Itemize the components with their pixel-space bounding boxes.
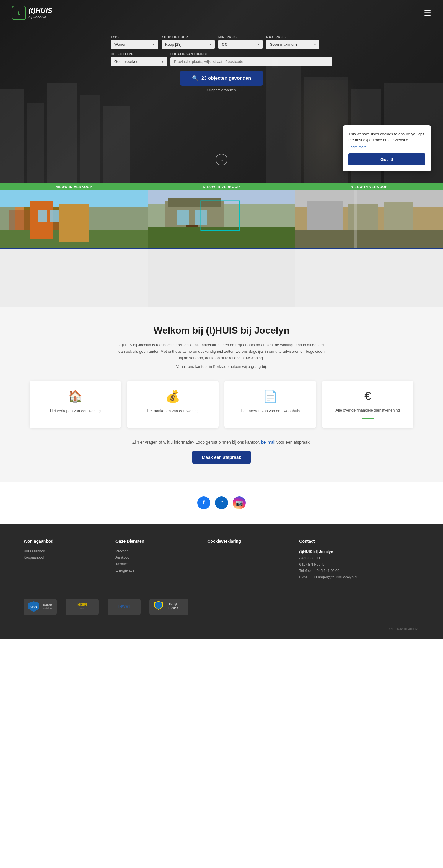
facebook-link[interactable]: f: [197, 496, 210, 509]
minprijs-select[interactable]: € 0 € 50.000: [218, 40, 262, 49]
facebook-icon: f: [203, 500, 204, 506]
svg-rect-17: [59, 204, 89, 242]
footer-heading-4: Contact: [299, 539, 419, 544]
appointment-button[interactable]: Maak een afspraak: [192, 451, 250, 464]
svg-rect-24: [177, 210, 189, 224]
footer-contact-name: (t)HUIS bij Jocelyn: [299, 548, 419, 555]
footer-email-value: J.Langen@thuisbijjocelyn.nl: [313, 575, 357, 579]
koop-select[interactable]: Koop [23] Huur: [162, 40, 215, 49]
maxprijs-field: MAX. PRIJS Geen maximum € 300.000: [266, 35, 319, 49]
koop-label: KOOP OF HUUR: [162, 35, 215, 39]
search-icon: 🔍: [192, 75, 198, 82]
listing-svg-3: [295, 183, 443, 248]
cookie-learn-more[interactable]: Learn more: [348, 145, 425, 149]
service-card-2: 💰 Het aankopen van een woning: [127, 380, 219, 428]
maxprijs-select-wrapper: Geen maximum € 300.000: [266, 40, 319, 49]
listing-image-3: [295, 183, 443, 248]
welcome-paragraph-1: (t)HUIS bij Jocelyn is reeds vele jaren …: [118, 342, 325, 361]
maxprijs-select[interactable]: Geen maximum € 300.000: [266, 40, 319, 49]
footer-link-energielabel[interactable]: Energielabel: [116, 567, 195, 574]
footer-col-1: Woningaanbod Huuraaanbod Koopaanbod: [24, 539, 104, 581]
listing-item-3[interactable]: NIEUW IN VERKOOP: [295, 183, 443, 307]
footer-logo-eerlijk: ✓ Eerlijk Bieden: [150, 599, 188, 615]
hero-section: t (t)HUIS bij Jocelyn ☰ TYPE Wonen Bedri…: [0, 0, 443, 183]
footer-logo-inwwi: INWWI: [107, 599, 140, 615]
svg-rect-0: [0, 89, 24, 183]
footer-heading-2: Onze Diensten: [116, 539, 195, 544]
linkedin-link[interactable]: in: [215, 496, 228, 509]
svg-text:✓: ✓: [157, 605, 159, 607]
svg-text:makelaar: makelaar: [43, 603, 52, 607]
service-icon-4: €: [328, 390, 408, 403]
locatie-label: LOCATIE VAN OBJECT: [170, 53, 332, 56]
mcepi-svg: MCEPI 2021: [70, 601, 94, 612]
footer-phone-label: Telefoon:: [299, 569, 314, 573]
footer-link-aankoop[interactable]: Aankoop: [116, 555, 195, 561]
svg-rect-1: [27, 103, 44, 183]
type-select[interactable]: Wonen Bedrijf: [111, 40, 158, 49]
listing-image-1: [0, 183, 148, 248]
contact-bel-link[interactable]: bel: [261, 440, 267, 445]
objecttype-select-wrapper: Geen voorkeur Appartement: [111, 57, 167, 66]
contact-mail-link[interactable]: mail: [267, 440, 275, 445]
welcome-title: Welkom bij (t)HUIS bij Jocelyn: [30, 325, 413, 336]
locatie-input[interactable]: [170, 57, 332, 66]
logo[interactable]: t (t)HUIS bij Jocelyn: [12, 6, 52, 20]
listing-info-3: [295, 248, 443, 307]
cookie-text: This website uses cookies to ensure you …: [348, 131, 425, 143]
listing-info-2: [148, 248, 295, 307]
service-divider-4: [362, 418, 374, 418]
service-icon-2: 💰: [133, 390, 213, 403]
footer: Woningaanbod Huuraaanbod Koopaanbod Onze…: [0, 524, 443, 639]
listing-badge-2: NIEUW IN VERKOOP: [148, 183, 295, 190]
vbo-svg: VBO makelaar makelaars: [28, 601, 52, 612]
cookie-banner: This website uses cookies to ensure you …: [343, 125, 431, 172]
koop-select-wrapper: Koop [23] Huur: [162, 40, 215, 49]
svg-text:makelaars: makelaars: [43, 607, 52, 609]
scroll-down-button[interactable]: ⌄: [216, 154, 227, 165]
contact-post: voor een afspraak!: [277, 440, 311, 445]
minprijs-field: MIN. PRIJS € 0 € 50.000: [218, 35, 262, 49]
footer-link-verkoop[interactable]: Verkoop: [116, 548, 195, 555]
listing-info-1: [0, 248, 148, 307]
maxprijs-label: MAX. PRIJS: [266, 35, 319, 39]
instagram-link[interactable]: 📷: [233, 496, 246, 509]
logo-icon: t: [12, 6, 26, 20]
footer-logos: VBO makelaar makelaars MCEPI 2021 INWWI …: [24, 593, 419, 621]
listing-badge-3: NIEUW IN VERKOOP: [295, 183, 443, 190]
contact-pre: Zijn er vragen of wilt u informatie? Loo…: [132, 440, 260, 445]
objecttype-select[interactable]: Geen voorkeur Appartement: [111, 57, 167, 66]
listing-item-1[interactable]: NIEUW IN VERKOOP: [0, 183, 148, 307]
welcome-paragraph-2: Vanuit ons kantoor in Kerkrade helpen wi…: [30, 364, 413, 369]
service-text-1: Het verkopen van een woning: [35, 408, 115, 414]
footer-address-2: 6417 BN Heerlen: [299, 562, 419, 568]
footer-link-koopaanbod[interactable]: Koopaanbod: [24, 555, 104, 561]
service-text-2: Het aankopen van een woning: [133, 408, 213, 414]
listings-strip: NIEUW IN VERKOOP NIEUW IN VERKOOP: [0, 183, 443, 307]
svg-rect-23: [168, 198, 222, 207]
search-button[interactable]: 🔍 23 objecten gevonden: [180, 71, 263, 86]
minprijs-select-wrapper: € 0 € 50.000: [218, 40, 262, 49]
service-divider-2: [167, 418, 179, 419]
footer-link-huuraaanbod[interactable]: Huuraaanbod: [24, 548, 104, 555]
svg-text:Bieden: Bieden: [168, 607, 178, 610]
footer-copyright: © (t)HUIS bij Jocelyn: [24, 627, 419, 630]
service-divider-3: [264, 418, 276, 419]
objecttype-label: OBJECTTYPE: [111, 53, 167, 56]
listing-item-2[interactable]: NIEUW IN VERKOOP: [148, 183, 295, 307]
svg-marker-46: [155, 601, 162, 610]
service-icon-1: 🏠: [35, 390, 115, 403]
logo-subtitle: bij Jocelyn: [28, 15, 52, 19]
footer-link-taxaties[interactable]: Taxaties: [116, 561, 195, 567]
svg-rect-18: [38, 210, 47, 222]
instagram-icon: 📷: [236, 499, 243, 506]
svg-rect-2: [47, 83, 77, 183]
hamburger-menu[interactable]: ☰: [424, 8, 431, 18]
footer-grid: Woningaanbod Huuraaanbod Koopaanbod Onze…: [24, 539, 419, 581]
cookie-accept-button[interactable]: Got it!: [348, 153, 425, 165]
footer-logo-vbo: VBO makelaar makelaars: [24, 599, 57, 615]
contact-text: Zijn er vragen of wilt u informatie? Loo…: [30, 440, 413, 445]
search-form: TYPE Wonen Bedrijf KOOP OF HUUR Koop [23…: [111, 35, 332, 92]
footer-col-2: Onze Diensten Verkoop Aankoop Taxaties E…: [116, 539, 195, 581]
advanced-search-link[interactable]: Uitgebreid zoeken: [207, 88, 236, 92]
